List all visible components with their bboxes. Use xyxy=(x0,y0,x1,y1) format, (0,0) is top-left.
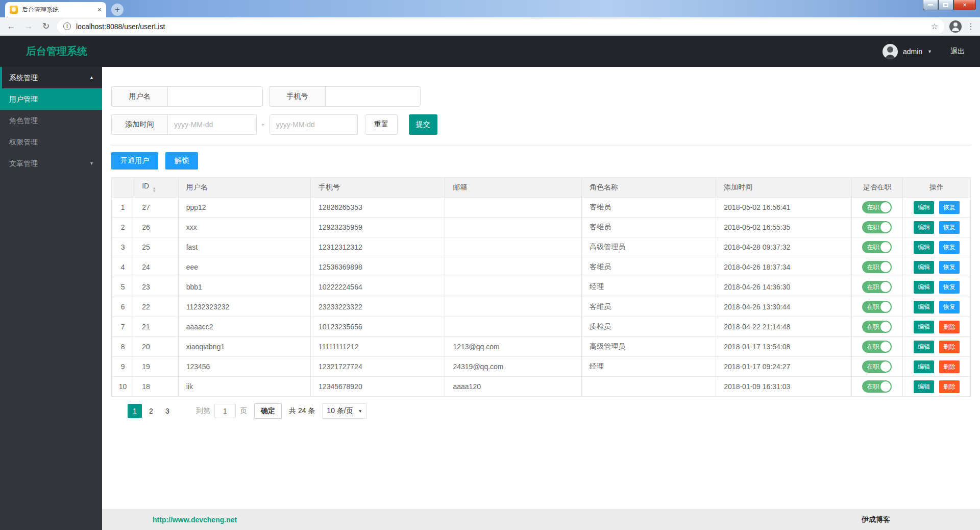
logout-link[interactable]: 退出 xyxy=(950,47,965,56)
employed-toggle[interactable]: 在职 xyxy=(862,201,892,213)
edit-button[interactable]: 编辑 xyxy=(914,321,934,333)
date-end-input[interactable] xyxy=(270,114,358,135)
browser-profile-icon[interactable] xyxy=(949,20,962,33)
page-number-button[interactable]: 2 xyxy=(144,404,158,418)
cell-employed: 在职 xyxy=(851,237,903,257)
restore-button[interactable]: 恢复 xyxy=(939,201,960,214)
sidebar-item-articles[interactable]: 文章管理 ▼ xyxy=(0,153,102,174)
username-dropdown[interactable]: admin xyxy=(903,47,922,56)
phone-input[interactable] xyxy=(325,86,421,107)
employed-toggle[interactable]: 在职 xyxy=(862,281,892,293)
goto-page-input[interactable] xyxy=(214,404,236,418)
cell-time: 2018-01-09 16:31:03 xyxy=(716,377,851,397)
user-avatar[interactable] xyxy=(883,44,898,59)
cell-actions: 编辑 恢复 xyxy=(903,198,971,218)
header-username: 用户名 xyxy=(178,178,310,198)
header-id[interactable]: ID▲▼ xyxy=(134,178,178,198)
cell-actions: 编辑 恢复 xyxy=(903,277,971,297)
edit-button[interactable]: 编辑 xyxy=(914,241,934,254)
cell-seq: 6 xyxy=(112,297,134,317)
username-input[interactable] xyxy=(167,86,263,107)
page-next-icon[interactable] xyxy=(176,404,189,418)
forward-icon[interactable]: → xyxy=(22,21,35,32)
cell-role: 高级管理员 xyxy=(581,337,716,357)
date-start-input[interactable] xyxy=(167,114,257,135)
sidebar-item-system[interactable]: 系统管理 ▲ xyxy=(0,67,102,88)
sort-icon[interactable]: ▲▼ xyxy=(152,187,156,193)
edit-button[interactable]: 编辑 xyxy=(914,380,934,393)
page-number-button[interactable]: 3 xyxy=(160,404,175,418)
maximize-icon xyxy=(943,3,948,7)
restore-button[interactable]: 恢复 xyxy=(939,301,960,314)
table-row: 1 27 ppp12 12826265353 客维员 2018-05-02 16… xyxy=(112,198,971,218)
tab-close-icon[interactable]: × xyxy=(97,6,102,13)
footer-link[interactable]: http://www.devcheng.net xyxy=(153,516,237,524)
url-text[interactable]: localhost:8088/user/userList xyxy=(76,22,926,31)
window-close-button[interactable]: × xyxy=(953,0,976,10)
edit-button[interactable]: 编辑 xyxy=(914,301,934,314)
browser-tab[interactable]: 后台管理系统 × xyxy=(5,2,106,17)
window-minimize-button[interactable] xyxy=(923,0,938,10)
employed-toggle[interactable]: 在职 xyxy=(862,380,892,393)
cell-role: 客维员 xyxy=(581,257,716,277)
delete-button[interactable]: 删除 xyxy=(939,380,960,393)
edit-button[interactable]: 编辑 xyxy=(914,201,934,214)
employed-toggle[interactable]: 在职 xyxy=(862,261,892,273)
submit-button[interactable]: 提交 xyxy=(409,114,437,135)
delete-button[interactable]: 删除 xyxy=(939,360,960,373)
restore-button[interactable]: 恢复 xyxy=(939,261,960,274)
edit-button[interactable]: 编辑 xyxy=(914,261,934,274)
delete-button[interactable]: 删除 xyxy=(939,321,960,333)
table-row: 8 20 xiaoqiabng1 11111111212 1213@qq.com… xyxy=(112,337,971,357)
header-role: 角色名称 xyxy=(581,178,716,198)
chevron-up-icon: ▲ xyxy=(89,67,94,88)
browser-menu-icon[interactable]: ⋮ xyxy=(967,21,975,31)
employed-toggle[interactable]: 在职 xyxy=(862,221,892,233)
page-prev-icon[interactable] xyxy=(113,404,127,418)
edit-button[interactable]: 编辑 xyxy=(914,221,934,234)
cell-email: aaaa120 xyxy=(445,377,581,397)
bookmark-star-icon[interactable]: ☆ xyxy=(931,21,938,31)
chevron-down-icon: ▼ xyxy=(89,153,94,174)
employed-toggle[interactable]: 在职 xyxy=(862,301,892,313)
cell-email xyxy=(445,218,581,237)
cell-email xyxy=(445,317,581,337)
new-tab-button[interactable]: + xyxy=(111,4,124,16)
sidebar-item-roles[interactable]: 角色管理 xyxy=(0,110,102,131)
cell-username: xiaoqiabng1 xyxy=(178,337,310,357)
app-footer: http://www.devcheng.net 伊成博客 xyxy=(102,509,980,530)
table-header-row: ID▲▼ 用户名 手机号 邮箱 角色名称 添加时间 是否在职 操作 xyxy=(112,178,971,198)
address-bar[interactable]: localhost:8088/user/userList ☆ xyxy=(57,19,944,34)
browser-toolbar: ← → ↻ localhost:8088/user/userList ☆ ⋮ xyxy=(0,17,980,36)
page-number-button[interactable]: 1 xyxy=(128,404,142,418)
edit-button[interactable]: 编辑 xyxy=(914,360,934,373)
employed-toggle[interactable]: 在职 xyxy=(862,360,892,373)
back-icon[interactable]: ← xyxy=(5,21,17,32)
page-size-select[interactable]: 10 条/页 ▼ xyxy=(322,403,366,419)
header-phone: 手机号 xyxy=(311,178,445,198)
cell-email: 24319@qq.com xyxy=(445,357,581,377)
refresh-icon[interactable]: ↻ xyxy=(40,21,52,32)
cell-phone: 11111111212 xyxy=(311,337,445,357)
window-maximize-button[interactable] xyxy=(938,0,953,10)
restore-button[interactable]: 恢复 xyxy=(939,241,960,254)
goto-confirm-button[interactable]: 确定 xyxy=(254,403,282,419)
sidebar-item-permissions[interactable]: 权限管理 xyxy=(0,131,102,153)
employed-toggle[interactable]: 在职 xyxy=(862,321,892,333)
cell-phone: 12312312312 xyxy=(311,237,445,257)
open-user-button[interactable]: 开通用户 xyxy=(111,152,158,170)
chevron-down-icon: ▼ xyxy=(358,409,362,414)
employed-toggle[interactable]: 在职 xyxy=(862,241,892,253)
edit-button[interactable]: 编辑 xyxy=(914,341,934,353)
reset-button[interactable]: 重置 xyxy=(365,114,398,135)
delete-button[interactable]: 删除 xyxy=(939,341,960,353)
window-controls: × xyxy=(923,0,976,10)
edit-button[interactable]: 编辑 xyxy=(914,281,934,294)
sidebar-item-users[interactable]: 用户管理 xyxy=(0,88,102,110)
unlock-button[interactable]: 解锁 xyxy=(165,152,198,170)
restore-button[interactable]: 恢复 xyxy=(939,221,960,234)
cell-username: bbb1 xyxy=(178,277,310,297)
restore-button[interactable]: 恢复 xyxy=(939,281,960,294)
page-info-icon[interactable] xyxy=(63,22,71,30)
employed-toggle[interactable]: 在职 xyxy=(862,341,892,353)
